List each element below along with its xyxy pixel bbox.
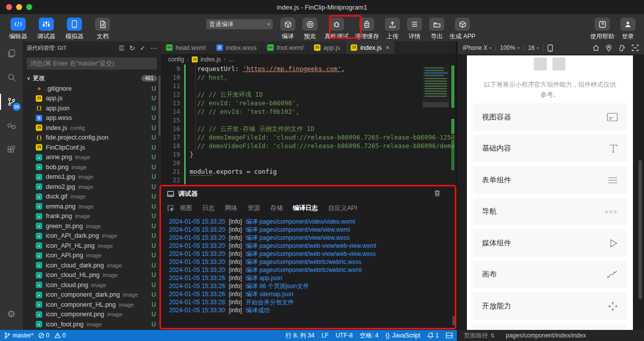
fontsize-select[interactable]: 16▾: [528, 44, 538, 51]
eol-indicator[interactable]: LF: [321, 332, 329, 339]
card-navigation[interactable]: 导航 ○○○: [473, 197, 627, 225]
help-button[interactable]: 使用帮助: [588, 14, 617, 41]
minimap-slider[interactable]: [423, 102, 449, 107]
editor-tab[interactable]: head.wxml ×: [161, 41, 211, 54]
scan-icon[interactable]: [631, 44, 639, 51]
card-form-components[interactable]: 表单组件: [473, 166, 627, 194]
generate-app-button[interactable]: 生成 APP: [448, 14, 477, 41]
branch-indicator[interactable]: master*: [4, 332, 33, 339]
card-view-container[interactable]: 视图容器: [473, 103, 627, 131]
home-icon[interactable]: [592, 44, 600, 51]
simulator-scrollbar[interactable]: [638, 160, 642, 299]
rotate-device-icon[interactable]: [618, 44, 625, 52]
file-row[interactable]: frank.png image U: [23, 212, 161, 222]
editor-tab[interactable]: index.wxss ×: [211, 41, 262, 54]
commit-message-input[interactable]: 消息(⌘ Enter 在"master"提交): [27, 57, 157, 70]
debugger-tab[interactable]: 编译日志: [293, 204, 318, 213]
location-icon[interactable]: [606, 44, 612, 52]
export-button[interactable]: 导出: [426, 14, 448, 41]
errors-indicator[interactable]: 0: [38, 332, 49, 339]
debugger-scrollbar[interactable]: [452, 316, 455, 325]
file-row[interactable]: app.json U: [23, 103, 161, 113]
breadcrumb-root[interactable]: config: [168, 56, 184, 63]
file-row[interactable]: icon_foot.png image U: [23, 319, 161, 329]
page-path-value[interactable]: pages/component/index/index: [506, 332, 586, 339]
editor-tab[interactable]: foot.wxml ×: [262, 41, 309, 54]
more-icon[interactable]: ⋯: [150, 45, 157, 51]
debugger-button[interactable]: 调试器: [32, 14, 60, 41]
debugger-tab[interactable]: 网络: [225, 204, 237, 213]
file-row[interactable]: FinClipConf.js U: [23, 143, 161, 153]
log-entry[interactable]: 2024-01-05 15:33:20 [info] 编译 pages/comp…: [169, 226, 456, 234]
file-row[interactable]: app.js U: [23, 94, 161, 104]
tree-view-icon[interactable]: ☲: [119, 45, 125, 51]
card-open-capabilities[interactable]: 开放能力: [473, 292, 627, 320]
language-indicator[interactable]: {} JavaScript: [385, 332, 420, 339]
details-button[interactable]: 详情: [404, 14, 426, 41]
editor-tab[interactable]: app.js ×: [309, 41, 346, 54]
references-icon[interactable]: [0, 114, 23, 138]
editor-tab[interactable]: index.js ×: [346, 41, 395, 54]
file-row[interactable]: index.js config U: [23, 123, 161, 133]
file-row[interactable]: fide.project.config.json U: [23, 133, 161, 143]
file-row[interactable]: duck.gif image U: [23, 192, 161, 202]
simulator-button[interactable]: 模拟器: [60, 14, 89, 41]
file-row[interactable]: bob.png image U: [23, 162, 161, 172]
debugger-tab[interactable]: 资源: [248, 204, 260, 213]
log-entry[interactable]: 2024-01-05 15:33:20 [info] 编译 pages/comp…: [169, 242, 456, 250]
file-row[interactable]: icon_API.png image U: [23, 251, 161, 261]
commit-check-icon[interactable]: ✓: [140, 45, 145, 51]
sort-icon[interactable]: ⇅: [490, 332, 495, 339]
log-entry[interactable]: 2024-01-05 15:33:20 [info] 编译 pages/comp…: [169, 234, 456, 242]
card-basic-content[interactable]: 基础内容: [473, 134, 627, 162]
docs-button[interactable]: 文档: [89, 14, 117, 41]
compile-mode-select[interactable]: 普通编译 ▾: [206, 19, 273, 29]
log-entry[interactable]: 2024-01-05 15:33:26 [info] 编译 86 个页面json…: [169, 282, 456, 290]
log-entry[interactable]: 2024-01-05 15:33:26 [info] 编译 sitemap.js…: [169, 290, 456, 298]
remote-debug-button[interactable]: 真机调试: [321, 14, 352, 41]
layout-toggle[interactable]: [446, 332, 453, 338]
encoding-indicator[interactable]: UTF-8: [336, 332, 353, 339]
editor-button[interactable]: 编辑器: [4, 14, 32, 41]
preview-button[interactable]: 预览: [299, 14, 321, 41]
breadcrumb-more[interactable]: ...: [228, 56, 233, 63]
log-entry[interactable]: 2024-01-05 15:33:20 [info] 编译 pages/comp…: [169, 266, 456, 274]
file-row[interactable]: demo2.jpg image U: [23, 182, 161, 192]
log-entry[interactable]: 2024-01-05 15:33:30 [info] 编译成功: [169, 306, 456, 314]
warnings-indicator[interactable]: 0: [54, 332, 66, 339]
indent-indicator[interactable]: 空格: 4: [360, 331, 378, 340]
compile-button[interactable]: 编译: [277, 14, 299, 41]
zoom-select[interactable]: 100%▾: [500, 44, 520, 51]
scm-scrollbar[interactable]: [158, 76, 160, 136]
close-icon[interactable]: ×: [385, 44, 389, 51]
changes-section-header[interactable]: ∨ 更改 461: [23, 73, 161, 84]
file-row[interactable]: emma.png image U: [23, 201, 161, 212]
debugger-tab[interactable]: 日志: [202, 204, 215, 213]
log-entry[interactable]: 2024-01-05 15:33:20 [info] 编译 pages/comp…: [169, 218, 456, 226]
clear-cache-button[interactable]: 清理缓存: [352, 14, 381, 41]
file-row[interactable]: icon_cloud_HL.png image U: [23, 270, 161, 281]
card-canvas[interactable]: 画布: [473, 260, 627, 288]
login-button[interactable]: 登录: [617, 14, 639, 41]
source-control-icon[interactable]: 99: [0, 90, 23, 114]
debugger-tab[interactable]: 自定义API: [328, 204, 357, 213]
file-row[interactable]: demo1.jpg image U: [23, 172, 161, 182]
log-entry[interactable]: 2024-01-05 15:33:20 [info] 编译 pages/comp…: [169, 250, 456, 258]
device-select[interactable]: iPhone X▾: [463, 44, 492, 51]
extensions-icon[interactable]: [0, 138, 23, 162]
file-row[interactable]: green_tri.png image U: [23, 221, 161, 231]
cursor-position[interactable]: 行 8, 列 34: [286, 331, 314, 340]
upload-button[interactable]: 上传: [381, 14, 404, 41]
breadcrumb-file[interactable]: index.js: [200, 56, 221, 63]
explorer-icon[interactable]: [0, 41, 23, 65]
log-entry[interactable]: 2024-01-05 15:33:26 [info] 编译 app.json: [169, 274, 456, 282]
refresh-icon[interactable]: ↻: [129, 45, 135, 51]
file-row[interactable]: icon_component_HL.png image U: [23, 300, 161, 310]
debugger-tab[interactable]: 视图: [180, 204, 192, 213]
file-row[interactable]: app.wxss U: [23, 113, 161, 123]
device-frame-icon[interactable]: [547, 44, 553, 52]
card-partial[interactable]: [473, 323, 627, 330]
log-entry[interactable]: 2024-01-05 15:33:20 [info] 编译 pages/comp…: [169, 258, 456, 266]
file-row[interactable]: .gitignore U: [23, 84, 161, 94]
file-row[interactable]: icon_API_HL.png image U: [23, 241, 161, 251]
